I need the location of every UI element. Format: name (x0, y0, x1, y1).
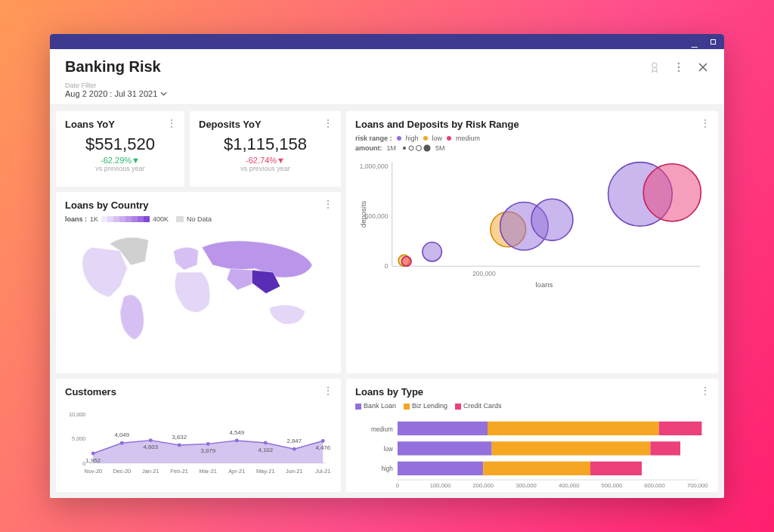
world-map[interactable] (65, 226, 332, 347)
card-title: Loans by Country (65, 200, 332, 211)
svg-rect-60 (398, 441, 492, 455)
kpi-value: $551,520 (65, 135, 175, 154)
dashboard-header: Banking Risk Date Filter Aug 2 2020 : Ju… (50, 49, 724, 105)
svg-point-3 (678, 70, 680, 72)
app-window: _ Banking Risk Date Filter (50, 34, 724, 498)
loans-by-type-card: ⋮ Loans by Type Bank Loan Biz Lending Cr… (346, 379, 718, 492)
card-title: Deposits YoY (199, 119, 332, 130)
card-menu-icon[interactable]: ⋮ (700, 385, 711, 397)
svg-point-21 (531, 199, 573, 240)
maximize-icon[interactable] (709, 38, 717, 45)
card-title: Loans by Type (355, 386, 709, 397)
bubble-legend: risk range : high low medium amount: 1M … (355, 135, 709, 152)
kpi-pct: -62.29%▼ (65, 156, 175, 165)
svg-point-0 (652, 63, 658, 68)
svg-point-18 (423, 242, 441, 261)
customers-card: ⋮ Customers 0 5,000 10,000 1,952Nov-204,… (56, 379, 341, 492)
svg-point-37 (178, 444, 181, 447)
svg-text:300,000: 300,000 (515, 482, 537, 489)
date-filter-dropdown[interactable]: Aug 2 2020 : Jul 31 2021 (65, 89, 709, 98)
more-icon[interactable] (673, 61, 685, 73)
svg-text:100,000: 100,000 (430, 482, 451, 489)
svg-rect-56 (398, 422, 488, 435)
svg-point-28 (91, 452, 95, 456)
svg-text:0: 0 (385, 262, 389, 270)
svg-rect-65 (483, 462, 590, 475)
svg-text:700,000: 700,000 (687, 482, 708, 489)
svg-rect-66 (590, 462, 642, 475)
svg-text:500,000: 500,000 (602, 482, 623, 489)
date-filter-label: Date Filter (65, 82, 709, 89)
svg-text:200,000: 200,000 (472, 270, 496, 277)
svg-text:deposits: deposits (359, 200, 367, 227)
svg-text:2,847: 2,847 (286, 438, 302, 444)
svg-rect-64 (398, 462, 483, 475)
svg-text:500,000: 500,000 (365, 212, 389, 220)
svg-text:4,549: 4,549 (229, 429, 244, 436)
chevron-down-icon (160, 91, 167, 96)
card-menu-icon[interactable]: ⋮ (700, 117, 711, 129)
svg-text:medium: medium (371, 426, 393, 433)
card-menu-icon[interactable]: ⋮ (323, 117, 333, 129)
svg-point-4 (403, 147, 406, 150)
map-legend: loans : 1K 400K No Data (65, 215, 332, 223)
svg-text:4,102: 4,102 (258, 447, 273, 453)
svg-point-43 (235, 439, 239, 443)
svg-point-34 (149, 438, 153, 442)
loans-deposits-risk-card: ⋮ Loans and Deposits by Risk Range risk … (346, 111, 718, 373)
svg-text:3,632: 3,632 (172, 434, 187, 441)
ribbon-icon[interactable] (649, 61, 661, 73)
loans-by-country-card: ⋮ Loans by Country loans : 1K 400K No Da… (56, 192, 341, 373)
svg-text:1,952: 1,952 (85, 457, 101, 464)
svg-text:Jan-21: Jan-21 (142, 468, 159, 475)
svg-point-5 (409, 146, 413, 150)
svg-text:Nov-20: Nov-20 (84, 468, 102, 475)
card-menu-icon[interactable]: ⋮ (323, 198, 333, 210)
card-menu-icon[interactable]: ⋮ (166, 117, 177, 129)
svg-point-2 (678, 66, 680, 68)
page-title: Banking Risk (65, 58, 649, 76)
titlebar: _ (50, 34, 724, 49)
svg-point-6 (416, 146, 422, 151)
svg-text:400,000: 400,000 (559, 482, 580, 489)
svg-text:4,476: 4,476 (315, 444, 330, 451)
svg-point-31 (120, 441, 124, 445)
deposits-yoy-card: ⋮ Deposits YoY $1,115,158 -62.74%▼ vs pr… (190, 111, 341, 187)
svg-text:loans: loans (536, 280, 553, 289)
svg-point-46 (264, 441, 268, 444)
svg-text:4,049: 4,049 (114, 431, 129, 438)
svg-text:5,000: 5,000 (72, 435, 85, 442)
svg-text:Mar-21: Mar-21 (200, 468, 217, 475)
svg-text:Feb-21: Feb-21 (171, 468, 188, 475)
minimize-icon[interactable]: _ (691, 38, 698, 45)
svg-rect-58 (659, 422, 702, 435)
svg-point-7 (424, 145, 431, 152)
date-filter-value: Aug 2 2020 : Jul 31 2021 (65, 89, 157, 98)
svg-point-49 (293, 447, 296, 451)
customers-chart[interactable]: 0 5,000 10,000 1,952Nov-204,049Dec-204,6… (65, 397, 332, 481)
svg-point-23 (643, 164, 701, 221)
card-title: Customers (65, 386, 332, 397)
kpi-pct: -62.74%▼ (199, 156, 332, 165)
svg-rect-61 (492, 441, 651, 455)
svg-text:200,000: 200,000 (473, 482, 494, 489)
svg-text:0: 0 (396, 482, 399, 489)
loans-type-chart[interactable]: mediumlowhigh0100,000200,000300,000400,0… (355, 416, 709, 491)
svg-text:10,000: 10,000 (69, 411, 85, 418)
dashboard-grid: ⋮ Loans YoY $551,520 -62.29%▼ vs previou… (50, 105, 724, 498)
close-icon[interactable] (697, 61, 709, 73)
kpi-value: $1,115,158 (199, 135, 332, 154)
svg-text:low: low (384, 446, 393, 453)
card-menu-icon[interactable]: ⋮ (323, 385, 333, 397)
svg-text:600,000: 600,000 (644, 482, 665, 489)
svg-text:Jul-21: Jul-21 (315, 468, 330, 475)
card-title: Loans and Deposits by Risk Range (355, 119, 709, 130)
svg-text:high: high (381, 466, 392, 473)
loans-yoy-card: ⋮ Loans YoY $551,520 -62.29%▼ vs previou… (56, 111, 184, 187)
svg-text:3,879: 3,879 (200, 447, 215, 454)
svg-point-40 (206, 442, 210, 446)
svg-text:1,000,000: 1,000,000 (360, 162, 389, 170)
svg-text:Jun-21: Jun-21 (286, 468, 302, 475)
bubble-chart[interactable]: 0 500,000 1,000,000 200,000 loans deposi… (355, 154, 709, 290)
card-title: Loans YoY (65, 119, 175, 130)
